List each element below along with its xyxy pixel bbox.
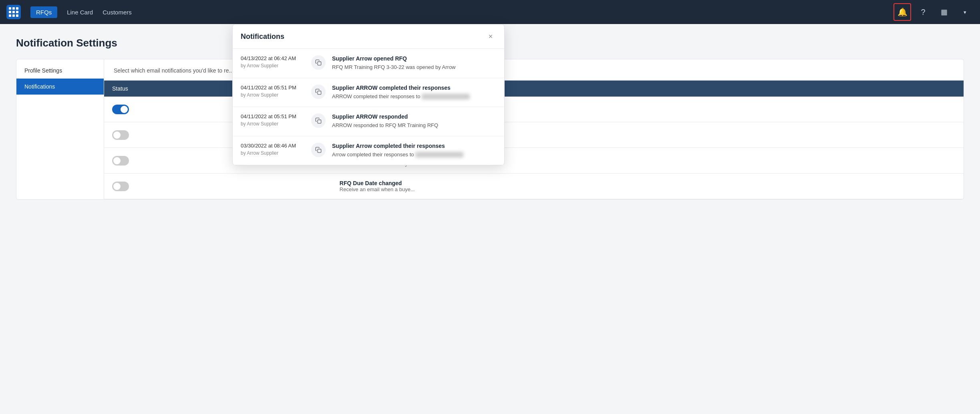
svg-rect-1 [318, 91, 321, 95]
notifications-panel-title: Notifications [241, 32, 284, 41]
notification-body: Supplier ARROW completed their responses… [332, 85, 496, 101]
notification-date: 04/11/2022 at 05:51 PM [241, 85, 296, 91]
notification-title: RFQ Due Date changed [340, 180, 956, 186]
copy-icon[interactable] [311, 85, 326, 99]
notification-body-text: Arrow completed their responses to [332, 151, 496, 159]
notification-title: Supplier ARROW completed their responses [332, 85, 496, 91]
notification-text: ARROW responded to RFQ MR Training RFQ [332, 122, 438, 128]
copy-icon[interactable] [311, 55, 326, 70]
notification-title: Supplier ARROW responded [332, 113, 496, 120]
copy-icon[interactable] [311, 113, 326, 128]
notification-meta: 04/11/2022 at 05:51 PM by Arrow Supplier [241, 85, 305, 98]
notification-meta: 04/13/2022 at 06:42 AM by Arrow Supplier [241, 55, 305, 69]
notification-toggle[interactable] [112, 182, 129, 191]
notification-toggle[interactable] [112, 130, 129, 140]
notification-by: by Arrow Supplier [241, 121, 278, 127]
notification-meta: 03/30/2022 at 08:46 AM by Arrow Supplier [241, 143, 305, 156]
help-button[interactable]: ? [914, 3, 932, 21]
sidebar-item-notifications[interactable]: Notifications [16, 79, 104, 95]
nav-rfqs[interactable]: RFQs [30, 6, 57, 18]
notification-by: by Arrow Supplier [241, 63, 278, 69]
notification-item: 04/11/2022 at 05:51 PM by Arrow Supplier… [233, 107, 504, 136]
topnav-right-actions: 🔔 ? ▦ ▾ [893, 3, 974, 21]
notification-body: Supplier ARROW responded ARROW responded… [332, 113, 496, 129]
notification-body-text: ARROW responded to RFQ MR Training RFQ [332, 121, 496, 129]
notification-description: Receive an email when a buye... [340, 186, 956, 192]
blurred-text [415, 152, 463, 158]
notification-item: 04/11/2022 at 05:51 PM by Arrow Supplier… [233, 78, 504, 107]
notification-body-text: ARROW completed their responses to [332, 93, 496, 101]
notification-by: by Arrow Supplier [241, 92, 278, 98]
notification-body: Supplier Arrow completed their responses… [332, 143, 496, 159]
notifications-list: 04/13/2022 at 06:42 AM by Arrow Supplier… [233, 49, 504, 165]
notification-meta: 04/11/2022 at 05:51 PM by Arrow Supplier [241, 113, 305, 127]
blurred-text [422, 94, 470, 99]
notifications-panel: Notifications × 04/13/2022 at 06:42 AM b… [232, 24, 505, 166]
toggle-container [112, 182, 324, 191]
notification-by: by Arrow Supplier [241, 150, 278, 156]
notification-title: Supplier Arrow completed their responses [332, 143, 496, 149]
settings-sidebar: Profile Settings Notifications [16, 59, 104, 200]
notifications-bell-button[interactable]: 🔔 [893, 3, 911, 21]
notification-body-text: RFQ MR Training RFQ 3-30-22 was opened b… [332, 63, 496, 71]
table-row: RFQ Due Date changed Receive an email wh… [104, 174, 964, 199]
user-menu-button[interactable]: ▾ [956, 3, 974, 21]
nav-linecard[interactable]: Line Card [67, 9, 93, 16]
toggle-cell [104, 174, 332, 199]
top-navigation: RFQs Line Card Customers 🔔 ? ▦ ▾ [0, 0, 980, 24]
notifications-close-button[interactable]: × [485, 31, 496, 42]
notification-cell: RFQ Due Date changed Receive an email wh… [332, 174, 964, 199]
notification-item: 04/13/2022 at 06:42 AM by Arrow Supplier… [233, 49, 504, 78]
svg-rect-3 [318, 149, 321, 153]
main-content: Notification Settings Profile Settings N… [0, 24, 980, 212]
sidebar-item-profile[interactable]: Profile Settings [16, 63, 104, 79]
notification-date: 03/30/2022 at 08:46 AM [241, 143, 296, 149]
svg-rect-0 [318, 62, 321, 65]
notification-text: Arrow completed their responses to [332, 151, 414, 158]
copy-icon[interactable] [311, 143, 326, 157]
svg-rect-2 [318, 120, 321, 123]
app-logo[interactable] [6, 5, 21, 19]
nav-customers[interactable]: Customers [103, 9, 132, 16]
notification-toggle[interactable] [112, 105, 129, 114]
app-grid-button[interactable]: ▦ [935, 3, 953, 21]
notification-item: 03/30/2022 at 08:46 AM by Arrow Supplier… [233, 136, 504, 166]
notification-date: 04/11/2022 at 05:51 PM [241, 113, 296, 119]
notification-text: RFQ MR Training RFQ 3-30-22 was opened b… [332, 64, 456, 70]
notification-toggle[interactable] [112, 156, 129, 166]
notification-text: ARROW completed their responses to [332, 93, 420, 99]
notification-date: 04/13/2022 at 06:42 AM [241, 55, 296, 61]
notification-title: Supplier Arrow opened RFQ [332, 55, 496, 62]
notification-body: Supplier Arrow opened RFQ RFQ MR Trainin… [332, 55, 496, 71]
notifications-panel-header: Notifications × [233, 24, 504, 49]
